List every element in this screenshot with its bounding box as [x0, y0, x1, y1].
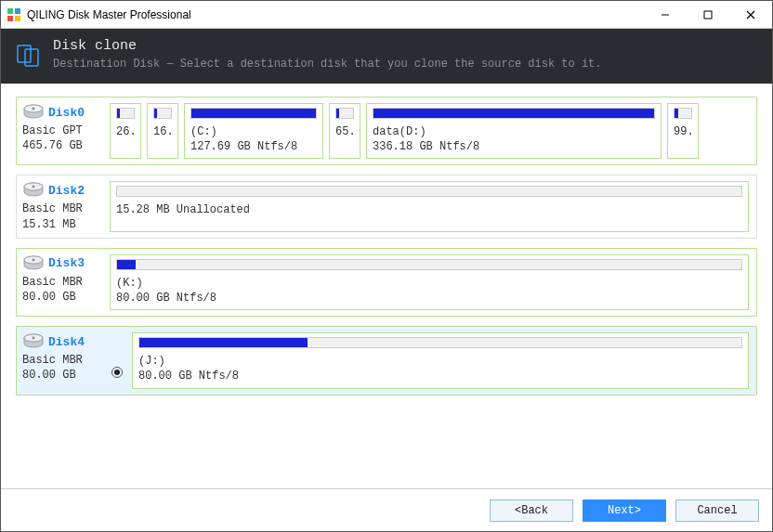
- disk-icon: [22, 103, 45, 120]
- partition-size: 80.00 GB Ntfs/8: [116, 291, 742, 305]
- disk-icon: [22, 254, 45, 271]
- partition-usage-bar: [116, 186, 742, 197]
- partition-size: 65...: [335, 124, 354, 139]
- disk-size: 15.31 MB: [22, 217, 102, 232]
- partition-size: 336.18 GB Ntfs/8: [373, 139, 655, 154]
- partition-size: 15.28 MB Unallocated: [116, 202, 742, 217]
- disk-size: 465.76 GB: [22, 138, 102, 153]
- svg-rect-8: [18, 45, 31, 62]
- disk-type: Basic GPT: [22, 123, 102, 138]
- partition-list: 26...16...(C:)127.69 GB Ntfs/865...data(…: [110, 103, 749, 159]
- disk-clone-icon: [16, 42, 42, 68]
- partition-usage-bar: [373, 108, 655, 119]
- disk-type: Basic MBR: [22, 353, 102, 368]
- app-icon: [7, 7, 21, 22]
- svg-point-21: [33, 337, 35, 340]
- partition-usage-bar: [138, 337, 742, 348]
- partition-usage-bar: [335, 108, 354, 119]
- partition-label: (C:): [190, 124, 317, 139]
- partition-block[interactable]: (C:)127.69 GB Ntfs/8: [184, 103, 323, 159]
- disk-info: Disk0Basic GPT465.76 GB: [22, 103, 102, 159]
- minimize-button[interactable]: [644, 1, 687, 29]
- partition-size: 80.00 GB Ntfs/8: [138, 369, 742, 383]
- footer-bar: <Back Next> Cancel: [1, 488, 772, 531]
- partition-block[interactable]: 99...: [667, 103, 699, 159]
- next-button[interactable]: Next>: [583, 500, 666, 522]
- partition-usage-bar: [116, 108, 135, 119]
- partition-block[interactable]: (K:)80.00 GB Ntfs/8: [110, 254, 749, 310]
- partition-usage-bar: [116, 259, 742, 270]
- partition-label: data(D:): [373, 124, 655, 139]
- partition-size: 99...: [674, 124, 692, 139]
- partition-list: 15.28 MB Unallocated: [110, 181, 749, 231]
- titlebar: QILING Disk Master Professional: [1, 1, 772, 29]
- partition-usage-bar: [190, 108, 317, 119]
- disk-row-disk0[interactable]: Disk0Basic GPT465.76 GB26...16...(C:)127…: [16, 97, 757, 165]
- app-title: QILING Disk Master Professional: [27, 8, 644, 21]
- partition-block[interactable]: 26...: [110, 103, 141, 159]
- partition-block[interactable]: (J:)80.00 GB Ntfs/8: [132, 332, 749, 388]
- disk-name: Disk2: [48, 184, 85, 198]
- close-button[interactable]: [729, 1, 772, 29]
- disk-info: Disk2Basic MBR15.31 MB: [22, 181, 102, 231]
- svg-rect-0: [7, 8, 13, 14]
- disk-name: Disk4: [48, 335, 85, 349]
- partition-block[interactable]: 16...: [147, 103, 178, 159]
- partition-size: 127.69 GB Ntfs/8: [190, 139, 317, 154]
- partition-label: (J:): [138, 354, 742, 369]
- partition-list: (K:)80.00 GB Ntfs/8: [110, 254, 749, 310]
- cancel-button[interactable]: Cancel: [675, 500, 759, 522]
- partition-size: 26...: [116, 124, 135, 139]
- disk-radio[interactable]: [110, 332, 124, 388]
- partition-usage-bar: [674, 108, 692, 119]
- page-subtitle: Destination Disk — Select a destination …: [53, 58, 602, 71]
- disk-list: Disk0Basic GPT465.76 GB26...16...(C:)127…: [1, 84, 772, 488]
- disk-icon: [22, 332, 45, 349]
- partition-label: (K:): [116, 276, 742, 291]
- svg-rect-5: [704, 11, 712, 19]
- back-button[interactable]: <Back: [490, 500, 573, 522]
- partition-list: (J:)80.00 GB Ntfs/8: [132, 332, 749, 388]
- disk-row-disk4[interactable]: Disk4Basic MBR80.00 GB(J:)80.00 GB Ntfs/…: [16, 326, 757, 395]
- disk-type: Basic MBR: [22, 201, 102, 216]
- partition-block[interactable]: 15.28 MB Unallocated: [110, 181, 749, 231]
- disk-size: 80.00 GB: [22, 290, 102, 305]
- partition-block[interactable]: 65...: [329, 103, 360, 159]
- svg-rect-2: [7, 16, 13, 21]
- partition-usage-bar: [153, 108, 172, 119]
- disk-icon: [22, 181, 45, 198]
- svg-point-12: [33, 108, 35, 110]
- disk-info: Disk4Basic MBR80.00 GB: [22, 332, 102, 388]
- disk-info: Disk3Basic MBR80.00 GB: [22, 254, 102, 310]
- svg-rect-9: [25, 49, 38, 66]
- disk-size: 80.00 GB: [22, 368, 102, 383]
- disk-type: Basic MBR: [22, 275, 102, 290]
- disk-name: Disk0: [48, 106, 85, 120]
- svg-rect-1: [15, 8, 20, 14]
- disk-name: Disk3: [48, 256, 85, 270]
- disk-row-disk3[interactable]: Disk3Basic MBR80.00 GB(K:)80.00 GB Ntfs/…: [16, 248, 757, 317]
- svg-rect-3: [15, 16, 20, 21]
- partition-size: 16...: [153, 124, 172, 139]
- page-title: Disk clone: [53, 38, 602, 54]
- disk-row-disk2[interactable]: Disk2Basic MBR15.31 MB15.28 MB Unallocat…: [16, 175, 757, 238]
- svg-point-15: [33, 186, 35, 188]
- partition-block[interactable]: data(D:)336.18 GB Ntfs/8: [366, 103, 662, 159]
- svg-point-18: [33, 258, 35, 261]
- header-band: Disk clone Destination Disk — Select a d…: [1, 29, 772, 84]
- maximize-button[interactable]: [687, 1, 729, 29]
